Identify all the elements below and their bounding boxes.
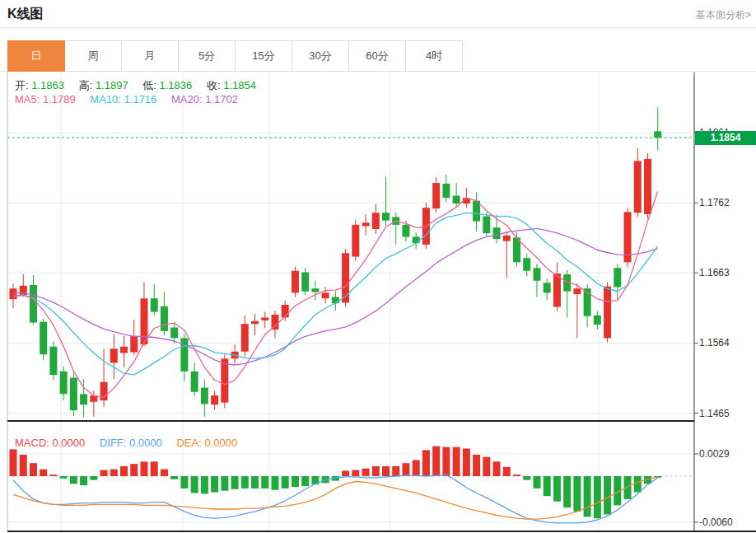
kline-widget: K线图 基本面分析> 日 周 月 5分 15分 30分 60分 4时 开: 1.…	[0, 0, 756, 533]
page-title: K线图	[7, 6, 44, 23]
high-label: 高:	[79, 79, 93, 91]
tab-day[interactable]: 日	[7, 40, 65, 72]
close-value: 1.1854	[223, 79, 256, 91]
header-divider	[0, 27, 756, 28]
axis-tick-label: 0.0029	[699, 448, 730, 460]
axis-tick-label: 1.1663	[699, 267, 730, 278]
low-label: 低:	[142, 79, 156, 91]
macd-label: MACD:	[15, 437, 49, 449]
ma20-label: MA20:	[171, 93, 203, 105]
ma-legend: MA5: 1.1789 MA10: 1.1716 MA20: 1.1702	[15, 93, 250, 105]
dea-value: 0.0000	[204, 437, 237, 449]
tab-week[interactable]: 周	[64, 40, 122, 72]
high-value: 1.1897	[96, 79, 128, 91]
axis-tick-label: 1.1762	[699, 197, 730, 208]
low-value: 1.1836	[160, 79, 193, 91]
ma10-value: 1.1716	[124, 93, 157, 105]
close-label: 收:	[207, 79, 221, 91]
macd-legend: MACD: 0.0000 DIFF: 0.0000 DEA: 0.0000	[15, 437, 249, 449]
dea-label: DEA:	[176, 437, 201, 449]
tab-5min[interactable]: 5分	[178, 40, 236, 72]
current-price-tag: 1.1854	[695, 131, 756, 145]
tab-60min[interactable]: 60分	[348, 40, 406, 72]
tab-month[interactable]: 月	[121, 40, 179, 72]
ohlc-legend: 开: 1.1863 高: 1.1897 低: 1.1836 收: 1.1854	[15, 78, 268, 93]
ma5-value: 1.1789	[43, 93, 76, 105]
axis-tick-label: -0.0060	[699, 517, 733, 528]
ma20-value: 1.1702	[205, 93, 238, 105]
axis-tick-label: 1.1564	[699, 337, 730, 348]
open-value: 1.1863	[31, 79, 64, 91]
diff-label: DIFF:	[100, 437, 127, 449]
open-label: 开:	[15, 79, 29, 91]
ma10-label: MA10:	[90, 93, 121, 105]
tab-30min[interactable]: 30分	[292, 40, 349, 72]
axis-tick-label: 1.1465	[699, 408, 730, 419]
tab-4hour[interactable]: 4时	[405, 40, 463, 72]
tab-15min[interactable]: 15分	[235, 40, 292, 72]
diff-value: 0.0000	[129, 437, 162, 449]
period-tabbar: 日 周 月 5分 15分 30分 60分 4时	[7, 40, 463, 72]
macd-value: 0.0000	[53, 437, 86, 449]
fundamental-analysis-link[interactable]: 基本面分析>	[696, 8, 751, 22]
ma5-label: MA5:	[15, 93, 40, 105]
